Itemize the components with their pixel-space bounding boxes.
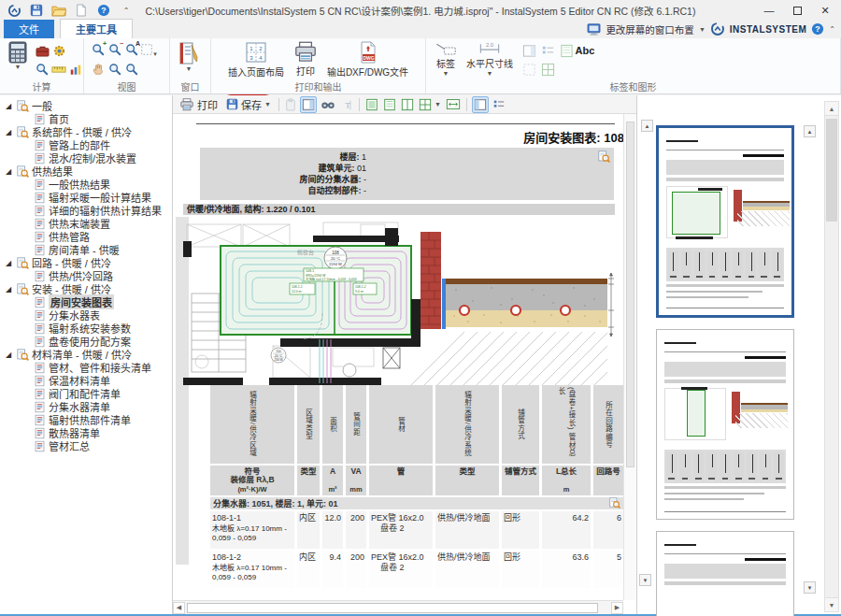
text-cursor-button[interactable] xyxy=(339,97,354,112)
tree-section[interactable]: ◢供热结果 xyxy=(0,165,172,178)
tree-item[interactable]: 辐射采暖一般计算结果 xyxy=(0,191,172,204)
thumb-next-button[interactable]: ▼ xyxy=(804,581,816,594)
expand-arrow-icon[interactable]: ◢ xyxy=(6,167,14,176)
tree-item[interactable]: 房间清单 - 供暖 xyxy=(0,243,172,256)
save-report-button[interactable]: 保存▼ xyxy=(223,96,274,113)
toggle-side-panel-button[interactable] xyxy=(300,96,317,113)
ruler-icon[interactable] xyxy=(51,64,66,75)
gear-icon[interactable] xyxy=(52,44,66,58)
app-logo-icon[interactable] xyxy=(6,3,22,18)
collapse-ribbon-icon[interactable]: ⌃ xyxy=(829,25,835,34)
thumb-scroll-thumb[interactable] xyxy=(826,119,837,222)
expand-arrow-icon[interactable]: ◢ xyxy=(6,259,14,267)
tree-item[interactable]: 一般供热结果 xyxy=(0,178,172,191)
fit-width-button[interactable] xyxy=(445,97,462,111)
tree-item[interactable]: 辐射供热部件清单 xyxy=(0,413,172,426)
save-icon[interactable] xyxy=(28,3,45,18)
thumb-prev-button[interactable]: ▲ xyxy=(804,125,816,137)
zoom-out-icon[interactable]: − xyxy=(108,43,121,58)
tree-item[interactable]: 管材、管件和接头清单 xyxy=(0,361,172,374)
magnifier-settings-icon[interactable] xyxy=(36,63,49,76)
close-button[interactable]: ✕ xyxy=(811,1,839,20)
thumb-page-down-button[interactable]: ▼ xyxy=(639,574,651,586)
tree-item[interactable]: 管路上的部件 xyxy=(0,138,172,151)
tree-item[interactable]: 分集水器表 xyxy=(0,308,172,322)
export-dxf-dwg-button[interactable]: 输出DXF/DWG文件 xyxy=(324,41,411,79)
zoom-all-icon[interactable]: A xyxy=(125,43,138,58)
tree-item[interactable]: 保温材料清单 xyxy=(0,374,172,387)
thumb-page-up-button[interactable]: ▲ xyxy=(641,120,653,132)
pan-hand-icon[interactable] xyxy=(92,63,105,76)
help-icon[interactable] xyxy=(95,3,112,18)
help-icon[interactable] xyxy=(811,22,824,36)
horizontal-dimension-button[interactable]: 水平尺寸线▼ xyxy=(463,41,516,77)
tag-button[interactable]: 标签▼ xyxy=(432,41,460,77)
new-document-icon[interactable] xyxy=(73,3,90,18)
tree-item[interactable]: 分集水器清单 xyxy=(0,400,172,413)
tree-section[interactable]: ◢安装 - 供暖 / 供冷 xyxy=(0,282,172,295)
tree-item[interactable]: 辐射系统安装参数 xyxy=(0,322,172,335)
chevron-down-icon[interactable]: ▼ xyxy=(699,26,706,33)
zoom-previous-icon[interactable] xyxy=(125,63,138,76)
minimize-button[interactable]: — xyxy=(755,1,783,20)
zoom-window-icon[interactable] xyxy=(108,63,121,76)
thumb-scroll-down-arrow[interactable]: ▼ xyxy=(825,597,838,611)
page-thumbnail-3[interactable] xyxy=(656,531,794,616)
zoom-link-icon[interactable] xyxy=(609,497,620,509)
tree-item[interactable]: 供热末端装置 xyxy=(0,217,172,230)
two-page-view-button[interactable] xyxy=(400,97,415,112)
customize-toolbar-chevron-icon[interactable]: ⌃ xyxy=(118,3,135,18)
find-button[interactable] xyxy=(320,98,336,111)
clipboard-button[interactable] xyxy=(284,97,297,112)
zoom-selection-icon[interactable]: ▾ xyxy=(140,43,157,58)
tree-item[interactable]: 供热管路 xyxy=(0,230,172,243)
tree-section[interactable]: ◢一般 xyxy=(0,99,172,112)
tree-item[interactable]: 供热/供冷回路 xyxy=(0,269,172,282)
tree-item[interactable]: 管材汇总 xyxy=(0,439,172,452)
scroll-right-arrow[interactable]: ▶ xyxy=(611,602,623,614)
maximize-button[interactable] xyxy=(783,1,811,20)
tab-file[interactable]: 文件 xyxy=(4,20,54,38)
page-thumbnail-1[interactable] xyxy=(656,125,794,318)
tree-section[interactable]: ◢回路 - 供暖 / 供冷 xyxy=(0,256,172,269)
page-outline-view-button[interactable] xyxy=(382,97,397,112)
expand-arrow-icon[interactable]: ◢ xyxy=(6,285,14,294)
tree-item[interactable]: 散热器清单 xyxy=(0,426,172,439)
page-thumbnail-2[interactable] xyxy=(656,329,794,520)
vertical-scroll-thumb[interactable] xyxy=(626,122,634,467)
horizontal-scroll-thumb[interactable] xyxy=(187,603,598,613)
toolbox-icon[interactable] xyxy=(36,45,50,57)
tab-main-tools[interactable]: 主要工具 xyxy=(60,19,133,38)
tree-section[interactable]: ◢系统部件 - 供暖 / 供冷 xyxy=(0,125,172,138)
expand-arrow-icon[interactable]: ◢ xyxy=(6,128,14,136)
zoom-in-icon[interactable]: + xyxy=(92,43,105,58)
chart-icon[interactable] xyxy=(69,64,82,76)
multi-page-view-button[interactable]: ▼ xyxy=(418,97,442,112)
toggle-thumbnails-button[interactable] xyxy=(472,96,489,113)
calculate-button[interactable]: ▼ xyxy=(6,41,30,70)
tree-item[interactable]: 首页 xyxy=(0,112,172,125)
window-panels-button[interactable]: ▼ xyxy=(176,41,202,72)
tree-item[interactable]: 阀门和配件清单 xyxy=(0,387,172,400)
expand-arrow-icon[interactable]: ◢ xyxy=(6,351,14,359)
tree-item[interactable]: 房间安装图表 xyxy=(0,295,172,308)
tree-section[interactable]: ◢材料清单 - 供暖 / 供冷 xyxy=(0,348,172,361)
preview-vertical-scrollbar[interactable] xyxy=(623,114,636,600)
thumb-scroll-up-arrow[interactable]: ▲ xyxy=(825,102,838,116)
expand-arrow-icon[interactable]: ◢ xyxy=(6,102,14,110)
thumbnails-scrollbar[interactable]: ▲ ▼ xyxy=(824,101,839,612)
preview-horizontal-scrollbar[interactable]: ◀ ▶ xyxy=(173,600,623,614)
print-preview-button[interactable]: 打印 xyxy=(177,96,221,113)
tree-item[interactable]: 混水/控制/混水装置 xyxy=(0,151,172,165)
open-folder-icon[interactable] xyxy=(50,3,67,18)
single-page-view-button[interactable] xyxy=(364,97,379,112)
tree-item[interactable]: 盘卷使用分配方案 xyxy=(0,335,172,348)
insert-page-layout-button[interactable]: 插入页面布局 xyxy=(225,41,287,79)
text-style-button[interactable]: Abc xyxy=(576,45,595,56)
outline-list-button[interactable] xyxy=(492,97,506,112)
tree-item[interactable]: 详细的辐射供热计算结果 xyxy=(0,204,172,217)
zoom-link-icon[interactable] xyxy=(598,150,610,163)
print-button[interactable]: 打印 xyxy=(291,41,321,78)
change-window-layout-button[interactable]: 更改屏幕的窗口布置 xyxy=(606,22,694,36)
scroll-left-arrow[interactable]: ◀ xyxy=(173,602,185,614)
